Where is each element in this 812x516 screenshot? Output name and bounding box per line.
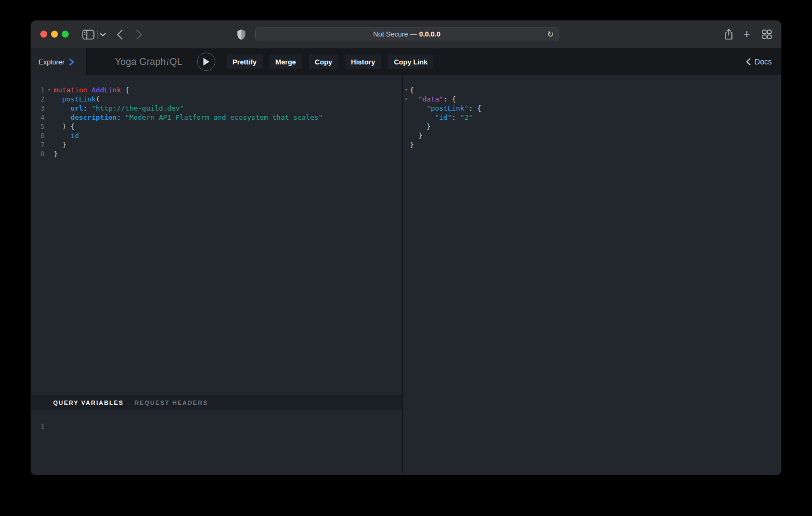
chevron-right-icon (69, 59, 74, 66)
main-area: 1▾mutation AddLink {2 postLink(3 url: "h… (31, 75, 781, 475)
page-title: Yoga GraphiQL (115, 48, 183, 75)
reload-icon[interactable]: ↻ (547, 30, 554, 38)
code-text: } (54, 140, 66, 149)
code-line: 2 postLink( (31, 95, 402, 104)
query-editor[interactable]: 1▾mutation AddLink {2 postLink(3 url: "h… (31, 75, 402, 395)
code-line: "postLink": { (403, 104, 781, 113)
docs-button[interactable]: Docs (746, 48, 772, 75)
code-text: mutation AddLink { (54, 85, 129, 95)
line-number: 2 (31, 95, 45, 104)
url-host: 0.0.0.0 (419, 30, 440, 38)
fold-spacer (45, 113, 54, 122)
code-line: 4 description: "Modern API Platform and … (31, 113, 402, 122)
fold-spacer (403, 113, 410, 122)
code-line: 8} (31, 149, 402, 158)
forward-button-icon[interactable] (136, 20, 142, 48)
line-number: 6 (31, 131, 45, 140)
code-text: url: "http://the-guild.dev" (54, 104, 184, 113)
traffic-lights (40, 31, 69, 38)
fold-arrow-icon[interactable]: ▾ (45, 85, 54, 95)
fold-spacer (403, 122, 410, 131)
code-text: } (410, 140, 414, 149)
fold-spacer (45, 131, 54, 140)
fold-spacer (403, 140, 410, 149)
code-line: ▾ "data": { (403, 95, 781, 104)
code-text: ) { (54, 122, 75, 131)
copy-button[interactable]: Copy (309, 54, 338, 69)
url-bar[interactable]: Not Secure — 0.0.0.0 ↻ (255, 27, 559, 41)
tab-query-variables[interactable]: QUERY VARIABLES (53, 399, 124, 406)
code-text: } (410, 122, 431, 131)
code-text: } (410, 131, 422, 140)
minimize-window-button[interactable] (51, 31, 58, 38)
line-number: 7 (31, 140, 45, 149)
tab-overview-icon[interactable] (762, 20, 772, 48)
line-number: 5 (31, 122, 45, 131)
history-button[interactable]: History (345, 54, 381, 69)
zoom-window-button[interactable] (62, 31, 69, 38)
merge-button[interactable]: Merge (270, 54, 302, 69)
code-text: { (410, 85, 414, 95)
fold-spacer (45, 140, 54, 149)
line-number: 4 (31, 113, 45, 122)
fold-spacer (45, 122, 54, 131)
code-text: postLink( (54, 95, 100, 104)
code-line: 5 ) { (31, 122, 402, 131)
line-number: 1 (31, 85, 45, 95)
fold-spacer (403, 131, 410, 140)
code-line: } (403, 131, 781, 140)
prettify-button[interactable]: Prettify (227, 54, 263, 69)
new-tab-icon[interactable]: + (743, 20, 750, 48)
fold-spacer (45, 104, 54, 113)
share-icon[interactable] (724, 20, 734, 48)
tab-request-headers[interactable]: REQUEST HEADERS (134, 399, 208, 406)
code-line: } (403, 140, 781, 149)
fold-spacer (403, 104, 410, 113)
code-line: 6 id (31, 131, 402, 140)
chevron-left-icon (746, 58, 751, 66)
line-number: 8 (31, 149, 45, 158)
url-security-label: Not Secure — (373, 30, 417, 38)
docs-label: Docs (755, 57, 772, 66)
fold-spacer (45, 149, 54, 158)
fold-spacer (45, 95, 54, 104)
explorer-label: Explorer (39, 58, 64, 66)
copy-link-button[interactable]: Copy Link (388, 54, 433, 69)
close-window-button[interactable] (40, 31, 47, 38)
sidebar-toggle-icon[interactable] (82, 20, 95, 48)
code-text: description: "Modern API Platform and ec… (54, 113, 323, 122)
code-line: "id": "2" (403, 113, 781, 122)
browser-window: Not Secure — 0.0.0.0 ↻ + Explorer (31, 20, 781, 475)
explorer-toggle[interactable]: Explorer (31, 48, 87, 75)
variables-tabbar: QUERY VARIABLES REQUEST HEADERS (31, 395, 402, 410)
play-icon (202, 57, 210, 66)
sidebar-menu-chevron-down-icon[interactable] (100, 20, 106, 48)
line-number: 1 (31, 421, 45, 431)
browser-chrome: Not Secure — 0.0.0.0 ↻ + (31, 20, 781, 48)
code-text: "id": "2" (410, 113, 473, 122)
code-text: "data": { (410, 95, 456, 104)
execute-query-button[interactable] (197, 53, 215, 71)
code-line: ▾{ (403, 85, 781, 95)
code-line: 3 url: "http://the-guild.dev" (31, 104, 402, 113)
code-line: } (403, 122, 781, 131)
variables-editor[interactable]: 1 (31, 410, 402, 475)
result-viewer[interactable]: ▾{▾ "data": { "postLink": { "id": "2" } … (403, 75, 781, 475)
code-text: "postLink": { (410, 104, 481, 113)
fold-arrow-icon[interactable]: ▾ (403, 85, 410, 95)
line-number: 3 (31, 104, 45, 113)
code-line: 7 } (31, 140, 402, 149)
nav-divider (97, 30, 98, 39)
toolbar-buttons: Prettify Merge Copy History Copy Link (227, 54, 433, 69)
privacy-shield-icon[interactable] (237, 20, 246, 48)
code-line: 1▾mutation AddLink { (31, 85, 402, 95)
fold-arrow-icon[interactable]: ▾ (403, 95, 410, 104)
graphiql-toolbar: Explorer Yoga GraphiQL Prettify Merge Co… (31, 48, 781, 75)
back-button-icon[interactable] (117, 20, 123, 48)
code-text: } (54, 149, 58, 158)
code-text: id (54, 131, 79, 140)
query-pane: 1▾mutation AddLink {2 postLink(3 url: "h… (31, 75, 402, 475)
